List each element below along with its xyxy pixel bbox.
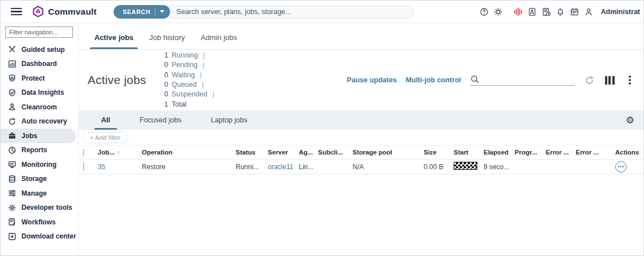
summary-running: 1Running| (164, 51, 214, 60)
sidebar-item-auto-recovery[interactable]: Auto recovery (1, 114, 78, 129)
header-status[interactable]: Status (236, 149, 268, 156)
sidebar-item-storage[interactable]: Storage (1, 172, 78, 187)
sidebar-item-dashboard[interactable]: Dashboard (1, 57, 78, 72)
sidebar-item-guided-setup[interactable]: Guided setup (1, 42, 78, 57)
refresh-button[interactable] (584, 74, 595, 86)
user-menu[interactable]: Administrat (601, 8, 640, 16)
view-tab-all[interactable]: All (86, 111, 125, 130)
summary-label[interactable]: Pending (172, 61, 198, 69)
alerts-icon[interactable] (555, 7, 565, 17)
search-caret-icon (160, 10, 164, 13)
add-filter-button[interactable]: + Add filter (82, 132, 128, 143)
summary-separator: | (212, 90, 214, 98)
global-search-input[interactable] (166, 5, 414, 19)
summary-total: 1Total (164, 100, 214, 109)
summary-label[interactable]: Waiting (172, 71, 195, 79)
tab-job-history[interactable]: Job history (141, 33, 193, 49)
sidebar-item-cleanroom[interactable]: Cleanroom (1, 100, 78, 114)
events-icon[interactable] (569, 7, 580, 17)
sidebar-item-workflows[interactable]: Workflows (1, 215, 78, 229)
header-subclient[interactable]: Subcli... (318, 149, 353, 156)
jobs-icon (8, 131, 16, 140)
manage-icon (8, 189, 16, 197)
summary-count: 0 (164, 71, 168, 79)
filter-row: + Add filter (79, 130, 643, 145)
header-storage-pool[interactable]: Storage pool (353, 149, 424, 156)
sidebar-item-protect[interactable]: Protect (1, 71, 78, 86)
sidebar-item-monitoring[interactable]: Monitoring (1, 157, 78, 172)
header-actions: Actions (615, 149, 643, 156)
schedule-icon[interactable] (541, 7, 551, 17)
grid-search-input[interactable] (470, 74, 575, 86)
sidebar-item-manage[interactable]: Manage (1, 186, 78, 201)
monitoring-icon (8, 160, 16, 169)
header-start[interactable]: Start (454, 149, 484, 156)
sidebar-item-label: Reports (21, 146, 47, 154)
actions-cell (615, 161, 643, 173)
activity-icon[interactable] (513, 7, 523, 17)
workflows-icon (8, 218, 16, 226)
column-settings-button[interactable] (604, 74, 615, 86)
sidebar-item-label: Auto recovery (21, 117, 67, 125)
pause-updates-link[interactable]: Pause updates (347, 76, 397, 84)
sidebar-item-label: Workflows (21, 218, 55, 226)
theme-icon[interactable] (493, 7, 503, 17)
row-actions-button[interactable] (615, 161, 626, 173)
sidebar-item-download-center[interactable]: Download center (1, 229, 78, 244)
view-settings-gear-icon[interactable]: ⚙ (626, 116, 634, 125)
view-tab-laptop-jobs[interactable]: Laptop jobs (196, 111, 262, 130)
sidebar-item-data-insights[interactable]: Data Insights (1, 86, 78, 100)
jobs-tab-bar: Active jobs Job history Admin jobs (79, 23, 643, 50)
search-scope-button[interactable]: SEARCH (114, 5, 170, 19)
tab-admin-jobs[interactable]: Admin jobs (193, 33, 245, 49)
filter-navigation-input[interactable] (5, 27, 73, 38)
sidebar-item-label: Protect (21, 74, 45, 82)
user-icon[interactable] (584, 7, 594, 17)
tab-active-jobs[interactable]: Active jobs (86, 33, 141, 49)
row-checkbox-cell (83, 163, 98, 171)
main-content: Active jobs Job history Admin jobs Activ… (79, 23, 643, 255)
summary-pending: 0Pending| (164, 60, 214, 70)
summary-count: 1 (164, 51, 168, 59)
header-job-id[interactable]: Job...↑ (98, 149, 142, 156)
header-size[interactable]: Size (424, 149, 454, 156)
start-cell (454, 162, 484, 171)
header-elapsed[interactable]: Elapsed (484, 149, 515, 156)
agent-cell: Lin... (299, 163, 318, 171)
view-tab-focused-jobs[interactable]: Focused jobs (125, 111, 196, 130)
job-id-link[interactable]: 35 (98, 163, 105, 171)
operation-cell: Restore (142, 163, 236, 171)
summary-label[interactable]: Queued (172, 81, 197, 89)
header-progress[interactable]: Progr... (515, 149, 546, 156)
jobs-table: Job...↑ Operation Status Server Ag... Su… (79, 145, 643, 174)
summary-label[interactable]: Running (172, 51, 198, 59)
data-insights-icon (8, 89, 16, 97)
select-all-checkbox[interactable] (83, 149, 84, 156)
sidebar-item-label: Jobs (21, 132, 37, 140)
hamburger-menu-icon[interactable] (11, 8, 22, 16)
job-summary: 1Running| 0Pending| 0Waiting| 0Queued| 0… (164, 51, 214, 109)
summary-count: 1 (164, 100, 168, 108)
search-icon (470, 74, 480, 84)
brand-name: Commvault (48, 7, 97, 17)
summary-label[interactable]: Suspended (172, 90, 207, 98)
sidebar-item-reports[interactable]: Reports (1, 143, 78, 158)
commvault-logo[interactable]: Commvault (32, 6, 97, 17)
header-server[interactable]: Server (268, 149, 299, 156)
header-operation[interactable]: Operation (142, 149, 236, 156)
header-error-2[interactable]: Error ... (576, 149, 615, 156)
sidebar-item-label: Cleanroom (21, 103, 57, 111)
search-button-label: SEARCH (123, 8, 150, 15)
server-link[interactable]: oracle11 (268, 163, 293, 171)
multi-job-control-link[interactable]: Multi-job control (406, 76, 461, 84)
row-checkbox[interactable] (83, 163, 84, 171)
top-bar: Commvault SEARCH (1, 1, 643, 23)
more-options-button[interactable] (624, 74, 636, 86)
sidebar-item-developer-tools[interactable]: Developer tools (1, 201, 78, 215)
help-icon[interactable] (479, 7, 489, 17)
report-icon[interactable] (527, 7, 537, 17)
header-error-1[interactable]: Error ... (546, 149, 576, 156)
header-agent[interactable]: Ag... (299, 149, 318, 156)
page-title: Active jobs (88, 73, 146, 87)
sidebar-item-jobs[interactable]: Jobs (1, 129, 76, 143)
